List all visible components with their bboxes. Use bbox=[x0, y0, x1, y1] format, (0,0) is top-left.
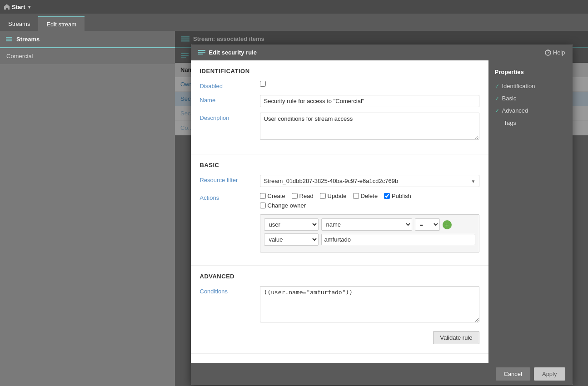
condition-rows-container: user resource app name id email bbox=[260, 214, 479, 252]
check-icon: ✓ bbox=[495, 83, 499, 89]
create-checkbox-item[interactable]: Create bbox=[260, 193, 285, 199]
top-bar: Start ▼ bbox=[0, 0, 588, 14]
properties-title: Properties bbox=[488, 66, 573, 80]
sidebar-item-comercial[interactable]: Comercial bbox=[0, 48, 175, 64]
sidebar-header: Streams bbox=[0, 31, 175, 48]
condition-builder: user resource app name id email bbox=[260, 214, 479, 252]
modal-overlay: Edit security rule ? Help bbox=[175, 31, 588, 386]
delete-checkbox-item[interactable]: Delete bbox=[353, 193, 378, 199]
svg-text:?: ? bbox=[546, 49, 549, 56]
tab-edit-stream[interactable]: Edit stream bbox=[38, 16, 85, 31]
condition-operator-select[interactable]: = != like bbox=[415, 218, 440, 231]
edit-security-rule-modal: Edit security rule ? Help bbox=[191, 45, 573, 385]
condition-row-2: value bbox=[264, 233, 475, 246]
property-advanced[interactable]: ✓ Advanced bbox=[488, 104, 573, 117]
conditions-field: ((user.name="amfurtado")) bbox=[260, 286, 479, 324]
svg-marker-0 bbox=[4, 4, 10, 10]
check-icon: ✓ bbox=[495, 108, 499, 114]
svg-rect-11 bbox=[198, 52, 205, 53]
name-input[interactable] bbox=[260, 95, 479, 107]
modal-properties-sidebar: Properties ✓ Identification ✓ Basic ✓ Ad… bbox=[488, 60, 573, 363]
condition-col2-select[interactable]: name id email group bbox=[321, 218, 412, 231]
modal-main-form: IDENTIFICATION Disabled Name bbox=[191, 60, 488, 363]
condition-col1-select[interactable]: user resource app bbox=[264, 218, 319, 231]
resource-filter-field: Stream_01dbb287-3825-40ba-9c97-e6a1cd2c7… bbox=[260, 175, 479, 187]
sidebar: Streams Comercial bbox=[0, 31, 175, 386]
streams-icon bbox=[5, 35, 13, 43]
help-icon: ? bbox=[545, 49, 551, 56]
condition-builder-row: user resource app name id email bbox=[200, 214, 479, 252]
advanced-title: ADVANCED bbox=[200, 273, 479, 280]
resource-filter-row: Resource filter Stream_01dbb287-3825-40b… bbox=[200, 175, 479, 187]
actions-row: Actions Create bbox=[200, 193, 479, 209]
description-row: Description User conditions for stream a… bbox=[200, 113, 479, 141]
name-field bbox=[260, 95, 479, 107]
property-identification[interactable]: ✓ Identification bbox=[488, 80, 573, 92]
conditions-label: Conditions bbox=[200, 286, 254, 295]
svg-rect-10 bbox=[198, 50, 205, 51]
home-icon bbox=[4, 4, 10, 10]
publish-checkbox[interactable] bbox=[384, 193, 390, 199]
brand-arrow[interactable]: ▼ bbox=[27, 5, 32, 10]
name-row: Name bbox=[200, 95, 479, 107]
read-checkbox[interactable] bbox=[292, 193, 298, 199]
svg-rect-1 bbox=[6, 37, 12, 38]
section-advanced: ADVANCED Conditions ((user.name="amfurta… bbox=[191, 266, 488, 354]
apply-button[interactable]: Apply bbox=[534, 367, 565, 381]
modal-footer: Cancel Apply bbox=[191, 363, 573, 385]
resource-filter-select[interactable]: Stream_01dbb287-3825-40ba-9c97-e6a1cd2c7… bbox=[260, 175, 479, 187]
svg-rect-3 bbox=[6, 40, 12, 41]
actions-checkbox-row: Create Read Update bbox=[260, 193, 479, 199]
section-identification: IDENTIFICATION Disabled Name bbox=[191, 60, 488, 154]
conditions-textarea[interactable]: ((user.name="amfurtado")) bbox=[260, 286, 479, 322]
actions-label: Actions bbox=[200, 193, 254, 201]
description-field: User conditions for stream access bbox=[260, 113, 479, 141]
condition-value-type-select[interactable]: value bbox=[264, 233, 319, 246]
validate-rule-button[interactable]: Validate rule bbox=[433, 331, 479, 344]
read-checkbox-item[interactable]: Read bbox=[292, 193, 314, 199]
basic-title: BASIC bbox=[200, 162, 479, 168]
disabled-checkbox[interactable] bbox=[260, 81, 266, 87]
identification-title: IDENTIFICATION bbox=[200, 68, 479, 74]
sidebar-title: Streams bbox=[16, 36, 40, 43]
update-checkbox-item[interactable]: Update bbox=[320, 193, 347, 199]
help-button[interactable]: ? Help bbox=[545, 49, 565, 56]
add-condition-button[interactable]: + bbox=[443, 220, 452, 229]
section-basic: BASIC Resource filter Stream_01dbb287-38… bbox=[191, 154, 488, 266]
modal-header: Edit security rule ? Help bbox=[191, 45, 573, 60]
description-textarea[interactable]: User conditions for stream access bbox=[260, 113, 479, 140]
tab-streams[interactable]: Streams bbox=[0, 16, 38, 31]
main-content: Stream: associated items Security rules … bbox=[175, 31, 588, 386]
disabled-field bbox=[260, 81, 479, 87]
check-icon: ✓ bbox=[495, 95, 499, 102]
content-area: Streams Comercial Stream: associated ite… bbox=[0, 31, 588, 386]
disabled-label: Disabled bbox=[200, 81, 254, 89]
create-checkbox[interactable] bbox=[260, 193, 266, 199]
svg-rect-12 bbox=[198, 54, 203, 54]
resource-filter-label: Resource filter bbox=[200, 175, 254, 183]
modal-body: IDENTIFICATION Disabled Name bbox=[191, 60, 573, 363]
update-checkbox[interactable] bbox=[320, 193, 326, 199]
condition-row-1: user resource app name id email bbox=[264, 218, 475, 231]
condition-value-input[interactable] bbox=[321, 234, 475, 245]
brand[interactable]: Start ▼ bbox=[4, 4, 32, 10]
tab-bar: Streams Edit stream bbox=[0, 14, 588, 31]
modal-security-icon bbox=[198, 49, 205, 56]
description-label: Description bbox=[200, 113, 254, 121]
change-owner-checkbox[interactable] bbox=[260, 203, 266, 208]
disabled-row: Disabled bbox=[200, 81, 479, 89]
modal-title: Edit security rule bbox=[198, 49, 257, 56]
brand-label: Start bbox=[12, 4, 25, 10]
publish-checkbox-item[interactable]: Publish bbox=[384, 193, 411, 199]
conditions-row: Conditions ((user.name="amfurtado")) bbox=[200, 286, 479, 324]
svg-rect-2 bbox=[6, 39, 12, 40]
cancel-button[interactable]: Cancel bbox=[496, 367, 530, 381]
property-basic[interactable]: ✓ Basic bbox=[488, 92, 573, 104]
change-owner-checkbox-item[interactable]: Change owner bbox=[260, 202, 479, 209]
name-label: Name bbox=[200, 95, 254, 104]
delete-checkbox[interactable] bbox=[353, 193, 359, 199]
property-tags[interactable]: Tags bbox=[488, 117, 573, 129]
actions-checkboxes: Create Read Update bbox=[260, 193, 479, 209]
